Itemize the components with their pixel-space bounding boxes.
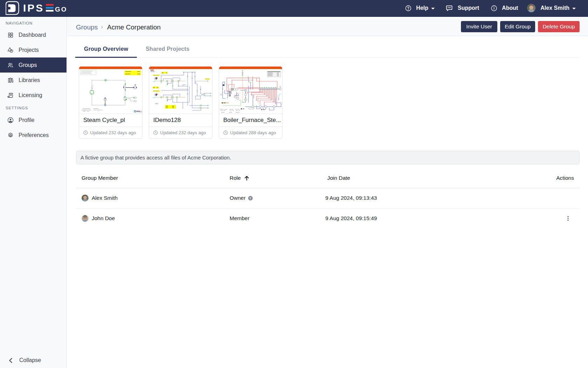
svg-text:GO: GO <box>55 6 68 13</box>
svg-text:IPS: IPS <box>23 2 44 14</box>
svg-text:IPSEpro: IPSEpro <box>136 110 142 113</box>
